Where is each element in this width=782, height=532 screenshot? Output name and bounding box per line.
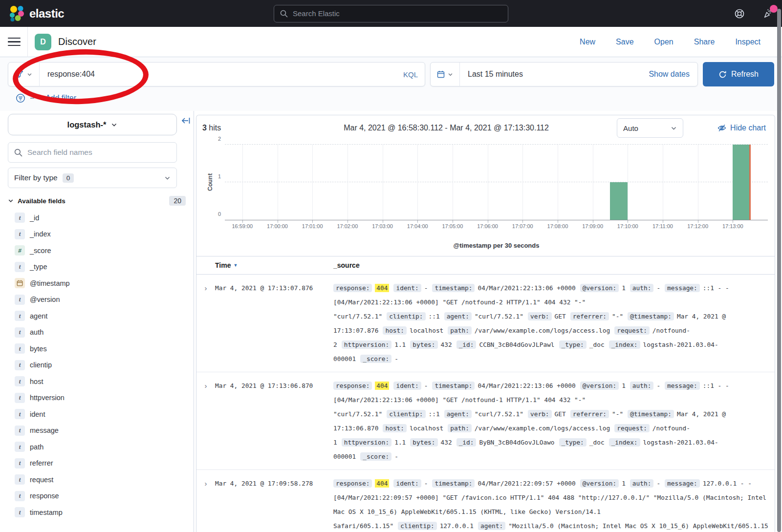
expand-row-icon[interactable]: ›	[196, 379, 215, 464]
field-item-response[interactable]: tresponse	[8, 488, 186, 505]
date-quick-menu-button[interactable]	[431, 63, 460, 86]
elastic-brand[interactable]: elastic	[9, 5, 64, 22]
chevron-down-icon	[671, 125, 677, 131]
source-value: "-"	[612, 313, 623, 320]
query-language-button[interactable]: KQL	[403, 70, 425, 79]
field-item-version[interactable]: t@version	[8, 292, 186, 308]
field-item-score[interactable]: #_score	[8, 242, 186, 259]
field-item-path[interactable]: tpath	[8, 439, 186, 455]
kql-query-input[interactable]: response:404 KQL	[8, 62, 425, 86]
index-pattern-select[interactable]: logstash-*	[8, 114, 177, 135]
time-column-header[interactable]: Time	[215, 261, 231, 269]
field-item-auth[interactable]: tauth	[8, 324, 186, 341]
hide-chart-button[interactable]: Hide chart	[717, 124, 766, 132]
x-tick-mark	[417, 220, 418, 223]
field-item-referrer[interactable]: treferrer	[8, 455, 186, 472]
source-field-badge: host:	[383, 424, 407, 432]
source-value: "curl/7.52.1"	[475, 313, 523, 320]
field-item-message[interactable]: tmessage	[8, 423, 186, 439]
source-value: localhost	[410, 425, 443, 432]
filter-by-type-select[interactable]: Filter by type 0	[8, 168, 177, 188]
source-value: /var/www/example.com/logs/access.log	[475, 327, 610, 334]
time-range-value[interactable]: Last 15 minutes	[460, 70, 649, 79]
add-filter-button[interactable]: + Add filter	[39, 94, 76, 103]
field-item-httpversion[interactable]: thttpversion	[8, 390, 186, 406]
scrollbar-thumb[interactable]	[777, 9, 781, 532]
source-field-badge: message:	[665, 382, 700, 390]
field-name: clientip	[30, 361, 52, 369]
save-button[interactable]: Save	[616, 38, 633, 46]
field-item-bytes[interactable]: tbytes	[8, 340, 186, 357]
source-field-badge: _type:	[559, 438, 586, 447]
field-name: ident	[30, 410, 45, 418]
source-field-badge: auth:	[630, 284, 654, 292]
doc-table-row: ›Mar 4, 2021 @ 17:13:06.870response:404i…	[196, 372, 775, 470]
field-item-timestamp[interactable]: ttimestamp	[8, 504, 186, 521]
query-text[interactable]: response:404	[40, 70, 403, 79]
field-item-clientip[interactable]: tclientip	[8, 357, 186, 374]
histogram-bar[interactable]	[610, 182, 628, 220]
field-item-timestamp[interactable]: @timestamp	[8, 275, 186, 292]
field-item-id[interactable]: t_id	[8, 210, 186, 226]
newsfeed-icon[interactable]	[762, 8, 773, 19]
field-item-ident[interactable]: tident	[8, 406, 186, 423]
x-tick-label: 17:05:00	[442, 223, 463, 229]
field-item-index[interactable]: t_index	[8, 226, 186, 243]
filter-bar: + Add filter	[8, 86, 774, 111]
expand-row-icon[interactable]: ›	[196, 281, 215, 366]
show-dates-button[interactable]: Show dates	[649, 70, 697, 79]
interval-select[interactable]: Auto	[617, 118, 683, 138]
source-field-badge: path:	[448, 326, 472, 335]
refresh-button[interactable]: Refresh	[703, 62, 774, 86]
field-name: message	[30, 426, 59, 434]
global-search-input[interactable]: Search Elastic	[274, 5, 508, 22]
source-field-badge: ident:	[393, 382, 421, 390]
chevron-down-icon	[164, 175, 171, 181]
field-item-type[interactable]: t_type	[8, 259, 186, 276]
source-field-badge: response:	[333, 284, 372, 292]
x-tick-mark	[593, 220, 593, 223]
fields-list: t_idt_index#_scoret_type@timestampt@vers…	[8, 210, 186, 521]
source-value: 04/Mar/2021:22:13:06 +0000	[478, 382, 575, 389]
collapse-sidebar-icon[interactable]	[181, 116, 191, 126]
x-gridline	[417, 145, 418, 220]
source-field-badge: response:	[333, 382, 372, 390]
x-tick-label: 17:00:00	[267, 223, 288, 229]
menu-hamburger-icon[interactable]	[8, 38, 21, 46]
expand-row-icon[interactable]: ›	[196, 476, 215, 532]
new-button[interactable]: New	[580, 38, 595, 46]
inspect-button[interactable]: Inspect	[735, 38, 760, 46]
field-search-input[interactable]: Search field names	[8, 142, 177, 163]
x-tick-label: 17:04:00	[407, 223, 428, 229]
chevron-down-icon	[27, 72, 32, 77]
doc-timestamp: Mar 4, 2021 @ 17:13:06.870	[215, 379, 333, 464]
filter-set-icon[interactable]	[16, 93, 25, 103]
source-field-badge: @version:	[580, 382, 619, 390]
field-item-request[interactable]: trequest	[8, 471, 186, 488]
saved-query-menu-button[interactable]	[8, 63, 40, 86]
available-fields-toggle[interactable]: Available fields 20	[8, 196, 186, 206]
open-button[interactable]: Open	[654, 38, 673, 46]
y-tick-label: 0	[212, 211, 221, 217]
field-name: _id	[30, 214, 39, 222]
x-gridline	[383, 145, 383, 220]
sort-descending-icon[interactable]: ▼	[233, 263, 238, 268]
source-value: ::1	[429, 410, 440, 418]
text-field-type-icon: t	[15, 409, 25, 419]
x-tick-mark	[488, 220, 488, 223]
number-field-type-icon: #	[15, 245, 25, 255]
source-field-badge: bytes:	[410, 340, 437, 349]
doc-source: response:404ident:-timestamp:04/Mar/2021…	[333, 476, 775, 532]
divider	[30, 98, 34, 99]
discover-app-badge[interactable]: D	[35, 34, 51, 50]
field-item-agent[interactable]: tagent	[8, 308, 186, 324]
share-button[interactable]: Share	[694, 38, 715, 46]
x-gridline	[453, 145, 453, 220]
source-value: _doc	[589, 341, 605, 348]
help-icon[interactable]	[734, 8, 745, 19]
x-tick-mark	[242, 220, 243, 223]
histogram-bar[interactable]	[733, 145, 750, 220]
field-item-host[interactable]: thost	[8, 373, 186, 390]
source-value: -	[656, 284, 660, 292]
filter-funnel-icon	[16, 70, 23, 78]
